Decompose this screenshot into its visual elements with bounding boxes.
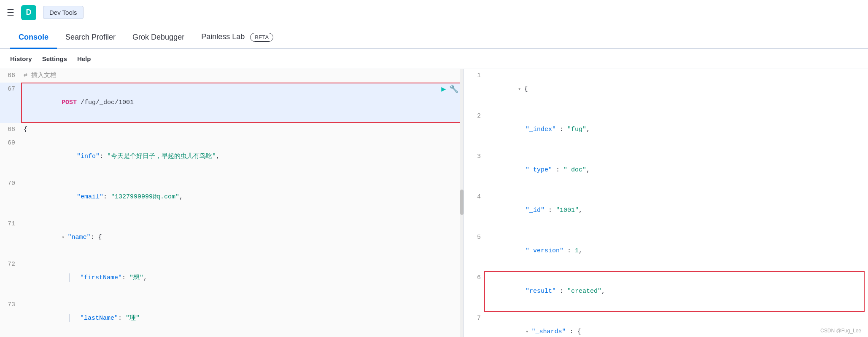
tab-search-profiler[interactable]: Search Profiler <box>57 33 124 49</box>
editor-panel[interactable]: 66 # 插入文档 67 POST /fug/_doc/1001 ▶ 🔧 68 … <box>0 69 464 337</box>
editor-lines[interactable]: 66 # 插入文档 67 POST /fug/_doc/1001 ▶ 🔧 68 … <box>0 69 464 337</box>
result-panel: 1 ▾ { 2 "_index" : "fug", 3 "_type" : "_… <box>464 69 868 337</box>
editor-line-71: 71 ▾ "name": { <box>0 217 464 258</box>
editor-line-69: 69 "info": "今天是个好日子，早起的虫儿有鸟吃", <box>0 136 464 177</box>
wrench-icon[interactable]: 🔧 <box>449 83 458 96</box>
editor-line-67[interactable]: 67 POST /fug/_doc/1001 ▶ 🔧 <box>0 83 464 123</box>
result-line-2: 2 "_index" : "fug", <box>464 110 868 150</box>
result-line-1: 1 ▾ { <box>464 69 868 110</box>
watermark: CSDN @Fug_Lee <box>820 328 861 334</box>
tab-painless-lab[interactable]: Painless Lab BETA <box>193 32 282 49</box>
result-line-5: 5 "_version" : 1, <box>464 231 868 271</box>
result-line-3: 3 "_type" : "_doc", <box>464 150 868 190</box>
editor-scrollbar-thumb[interactable] <box>460 190 464 215</box>
editor-scrollbar[interactable] <box>460 69 464 337</box>
tab-console[interactable]: Console <box>10 33 57 49</box>
run-icon[interactable]: ▶ <box>441 83 446 96</box>
beta-badge: BETA <box>250 33 273 42</box>
app-name-button[interactable]: Dev Tools <box>43 6 84 19</box>
toolbar: History Settings Help <box>0 49 868 69</box>
editor-line-73: 73 "lastName": "理" <box>0 298 464 337</box>
result-line-7: 7 ▾ "_shards" : { <box>464 312 868 337</box>
editor-line-70: 70 "email": "1327999999@q.com", <box>0 177 464 217</box>
settings-button[interactable]: Settings <box>42 55 67 62</box>
nav-tabs: Console Search Profiler Grok Debugger Pa… <box>0 25 868 49</box>
editor-line-66: 66 # 插入文档 <box>0 69 464 83</box>
tab-grok-debugger[interactable]: Grok Debugger <box>124 33 193 49</box>
result-line-6: 6 "result" : "created", <box>464 271 868 312</box>
app-logo: D <box>21 5 36 20</box>
history-button[interactable]: History <box>10 55 32 62</box>
main-content: 66 # 插入文档 67 POST /fug/_doc/1001 ▶ 🔧 68 … <box>0 69 868 337</box>
editor-line-68: 68 { <box>0 123 464 136</box>
help-button[interactable]: Help <box>77 55 91 62</box>
top-bar: ☰ D Dev Tools <box>0 0 868 25</box>
result-line-4: 4 "_id" : "1001", <box>464 190 868 231</box>
editor-line-72: 72 "firstName": "想", <box>0 258 464 298</box>
hamburger-icon[interactable]: ☰ <box>7 8 14 18</box>
